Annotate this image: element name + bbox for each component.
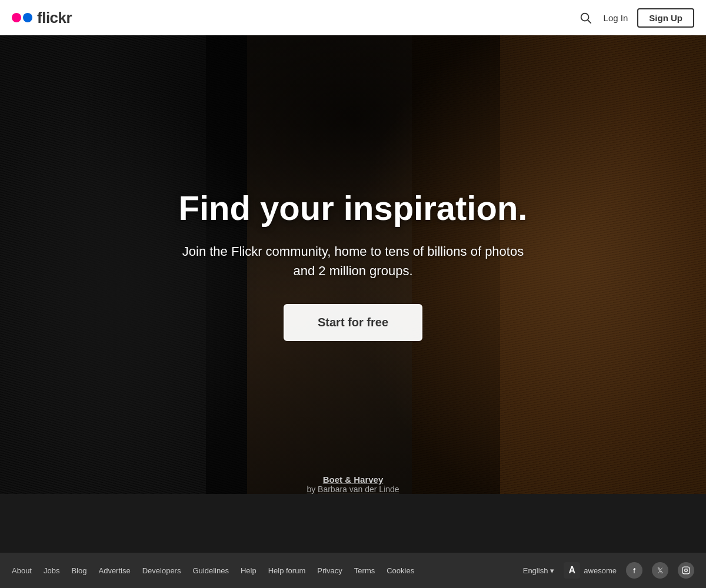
footer-link-advertise[interactable]: Advertise xyxy=(98,566,130,575)
hero-title: Find your inspiration. xyxy=(171,188,535,228)
dot-blue xyxy=(23,13,32,22)
flickr-dots xyxy=(12,13,32,22)
svg-point-4 xyxy=(688,568,688,569)
photo-author: by Barbara van der Linde xyxy=(307,485,399,494)
footer-right: English▾ A awesome f 𝕏 xyxy=(523,562,694,579)
search-icon xyxy=(579,11,592,24)
photo-credit: Boet & Harvey by Barbara van der Linde xyxy=(307,475,399,494)
footer-link-terms[interactable]: Terms xyxy=(354,566,375,575)
footer-link-blog[interactable]: Blog xyxy=(71,566,86,575)
photo-title[interactable]: Boet & Harvey xyxy=(307,475,399,485)
svg-rect-2 xyxy=(682,567,690,574)
hero-subtitle: Join the Flickr community, home to tens … xyxy=(171,242,535,280)
by-text: by xyxy=(307,485,315,494)
logo-area: flickr xyxy=(12,9,72,27)
instagram-icon[interactable] xyxy=(678,562,694,579)
author-link[interactable]: Barbara van der Linde xyxy=(318,485,399,494)
awesome-a-icon: A xyxy=(564,562,580,579)
twitter-x-icon[interactable]: 𝕏 xyxy=(652,562,668,579)
footer-link-about[interactable]: About xyxy=(12,566,32,575)
footer-link-privacy[interactable]: Privacy xyxy=(317,566,342,575)
svg-line-1 xyxy=(588,20,591,23)
facebook-icon[interactable]: f xyxy=(626,562,642,579)
chevron-down-icon: ▾ xyxy=(550,566,554,575)
footer: AboutJobsBlogAdvertiseDevelopersGuidelin… xyxy=(0,553,706,588)
footer-link-jobs[interactable]: Jobs xyxy=(44,566,59,575)
signup-button[interactable]: Sign Up xyxy=(637,8,694,28)
footer-link-cookies[interactable]: Cookies xyxy=(387,566,414,575)
login-button[interactable]: Log In xyxy=(604,13,628,23)
dot-pink xyxy=(12,13,21,22)
svg-point-3 xyxy=(685,569,688,572)
flickr-logo: flickr xyxy=(37,9,72,27)
search-button[interactable] xyxy=(577,9,594,26)
navbar: flickr Log In Sign Up xyxy=(0,0,706,35)
footer-link-help[interactable]: Help xyxy=(241,566,257,575)
awesome-badge: A awesome xyxy=(564,562,617,579)
navbar-actions: Log In Sign Up xyxy=(577,8,694,28)
footer-link-guidelines[interactable]: Guidelines xyxy=(192,566,228,575)
footer-link-developers[interactable]: Developers xyxy=(142,566,181,575)
hero-content: Find your inspiration. Join the Flickr c… xyxy=(159,188,547,341)
footer-link-help-forum[interactable]: Help forum xyxy=(268,566,306,575)
language-selector[interactable]: English▾ xyxy=(523,566,555,575)
instagram-svg xyxy=(682,566,690,574)
start-for-free-button[interactable]: Start for free xyxy=(284,304,422,341)
awesome-label: awesome xyxy=(584,566,617,575)
footer-links: AboutJobsBlogAdvertiseDevelopersGuidelin… xyxy=(12,566,414,575)
hero-section: Find your inspiration. Join the Flickr c… xyxy=(0,0,706,494)
language-label: English xyxy=(523,566,548,575)
